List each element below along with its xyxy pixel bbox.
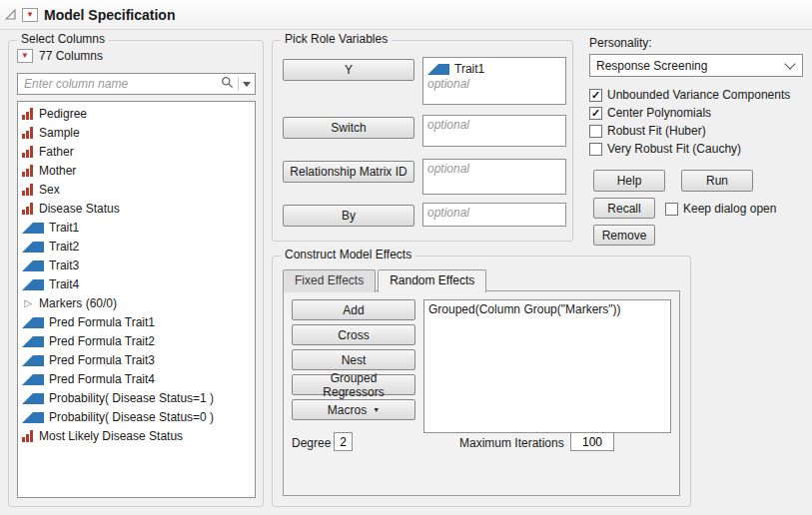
add-button[interactable]: Add — [292, 299, 415, 320]
tab-fixed-effects[interactable]: Fixed Effects — [283, 269, 376, 292]
checkbox-box[interactable]: ✓ — [589, 107, 602, 120]
construct-model-effects-panel: Construct Model Effects Fixed Effects Ra… — [272, 256, 691, 507]
column-item[interactable]: Pred Formula Trait1 — [18, 312, 255, 331]
y-role-value: Trait1 — [454, 62, 484, 76]
checkbox-box[interactable]: ✓ — [589, 89, 602, 102]
column-item[interactable]: Disease Status — [18, 199, 255, 218]
search-icon[interactable] — [221, 76, 234, 92]
continuous-icon — [22, 317, 44, 328]
switch-button[interactable]: Switch — [283, 117, 414, 139]
checkbox-center-polynomials[interactable]: ✓ Center Polynomials — [589, 106, 711, 120]
macros-label: Macros — [328, 403, 367, 417]
column-item[interactable]: Trait3 — [18, 256, 255, 274]
y-role-value-row[interactable]: Trait1 — [427, 60, 561, 77]
nominal-icon — [22, 203, 34, 215]
titlebar: ▼ Model Specification — [0, 0, 812, 30]
personality-label: Personality: — [589, 36, 652, 50]
continuous-icon — [22, 260, 44, 271]
column-item[interactable]: Trait1 — [18, 218, 255, 237]
columns-red-triangle-icon[interactable]: ▼ — [17, 49, 33, 63]
construct-model-effects-title: Construct Model Effects — [281, 248, 415, 261]
column-label: Mother — [39, 164, 76, 178]
column-item[interactable]: Probability( Disease Status=1 ) — [18, 388, 255, 407]
cross-button[interactable]: Cross — [292, 324, 415, 345]
checkbox-keep-dialog-open[interactable]: Keep dialog open — [665, 202, 776, 216]
column-item[interactable]: Probability( Disease Status=0 ) — [18, 407, 255, 426]
column-group-item[interactable]: ▷Markers (60/0) — [18, 293, 255, 312]
recall-button[interactable]: Recall — [593, 198, 655, 219]
relationship-matrix-id-role-box[interactable]: optional — [422, 159, 566, 195]
column-item[interactable]: Trait4 — [18, 274, 255, 293]
random-effects-tab-panel: Add Cross Nest Grouped Regressors Macros… — [283, 290, 680, 496]
relationship-matrix-id-button[interactable]: Relationship Matrix ID — [283, 161, 414, 183]
column-label: Markers (60/0) — [39, 296, 117, 310]
column-item[interactable]: Pred Formula Trait4 — [18, 369, 255, 388]
column-label: Father — [39, 145, 74, 159]
column-label: Trait4 — [49, 277, 79, 291]
checkbox-box[interactable] — [665, 203, 678, 216]
checkbox-box[interactable] — [589, 143, 602, 156]
nominal-icon — [22, 108, 34, 120]
column-item[interactable]: Sex — [18, 180, 255, 199]
column-item[interactable]: Mother — [18, 161, 255, 180]
personality-dropdown[interactable]: Response Screening — [589, 54, 803, 77]
by-role-box[interactable]: optional — [422, 203, 566, 227]
chevron-down-icon — [784, 58, 795, 69]
column-search-box — [17, 73, 256, 95]
run-button[interactable]: Run — [681, 170, 753, 192]
degree-input[interactable] — [334, 432, 353, 451]
switch-role-box[interactable]: optional — [422, 115, 566, 147]
by-button[interactable]: By — [283, 205, 414, 227]
column-label: Sex — [39, 183, 60, 197]
tab-random-effects[interactable]: Random Effects — [378, 269, 486, 292]
column-label: Trait1 — [49, 221, 79, 235]
pick-role-variables-title: Pick Role Variables — [281, 32, 392, 46]
checkbox-unbounded-variance-components[interactable]: ✓ Unbounded Variance Components — [589, 88, 790, 102]
column-item[interactable]: Most Likely Disease Status — [18, 426, 255, 445]
continuous-icon — [22, 336, 44, 347]
degree-label: Degree — [292, 436, 331, 450]
column-search-input[interactable] — [22, 76, 217, 92]
continuous-icon — [22, 279, 44, 290]
disclosure-closed-icon[interactable]: ▷ — [22, 297, 34, 308]
y-button[interactable]: Y — [283, 59, 414, 81]
column-item[interactable]: Pedigree — [18, 104, 255, 123]
model-effect-entry[interactable]: Grouped(Column Group("Markers")) — [428, 302, 666, 316]
nominal-icon — [22, 127, 34, 139]
page-title: Model Specification — [44, 7, 175, 23]
continuous-icon — [22, 393, 44, 404]
columns-count-row: ▼ 77 Columns — [17, 49, 103, 63]
checkbox-label: Unbounded Variance Components — [607, 88, 790, 102]
checkbox-label: Center Polynomials — [607, 106, 711, 120]
help-button[interactable]: Help — [593, 170, 665, 192]
checkbox-robust-fit-huber[interactable]: Robust Fit (Huber) — [589, 124, 706, 138]
column-item[interactable]: Pred Formula Trait2 — [18, 331, 255, 350]
column-item[interactable]: Sample — [18, 123, 255, 142]
red-triangle-menu-icon[interactable]: ▼ — [22, 8, 38, 22]
column-label: Pred Formula Trait1 — [49, 315, 155, 329]
disclosure-open-icon[interactable] — [5, 9, 16, 20]
y-role-box[interactable]: Trait1 optional — [422, 57, 566, 105]
grouped-regressors-button[interactable]: Grouped Regressors — [292, 374, 415, 395]
checkbox-box[interactable] — [589, 125, 602, 138]
column-label: Pred Formula Trait2 — [49, 334, 155, 348]
column-item[interactable]: Pred Formula Trait3 — [18, 350, 255, 369]
column-item[interactable]: Trait2 — [18, 237, 255, 256]
nominal-icon — [22, 430, 34, 442]
column-label: Trait2 — [49, 240, 79, 254]
remove-button[interactable]: Remove — [593, 225, 655, 246]
maximum-iterations-input[interactable] — [570, 432, 614, 451]
column-item[interactable]: Father — [18, 142, 255, 161]
continuous-icon — [22, 242, 44, 253]
pick-role-variables-panel: Pick Role Variables Y Trait1 optional Sw… — [272, 40, 573, 242]
macros-button[interactable]: Macros ▼ — [292, 399, 415, 420]
continuous-icon — [22, 374, 44, 385]
columns-count-label: 77 Columns — [39, 49, 103, 63]
model-effects-list[interactable]: Grouped(Column Group("Markers")) — [423, 299, 671, 433]
search-dropdown-icon[interactable] — [243, 82, 251, 87]
nest-button[interactable]: Nest — [292, 349, 415, 370]
checkbox-label: Robust Fit (Huber) — [607, 124, 706, 138]
column-label: Probability( Disease Status=1 ) — [49, 391, 214, 405]
column-label: Probability( Disease Status=0 ) — [49, 410, 214, 424]
checkbox-very-robust-fit-cauchy[interactable]: Very Robust Fit (Cauchy) — [589, 142, 741, 156]
